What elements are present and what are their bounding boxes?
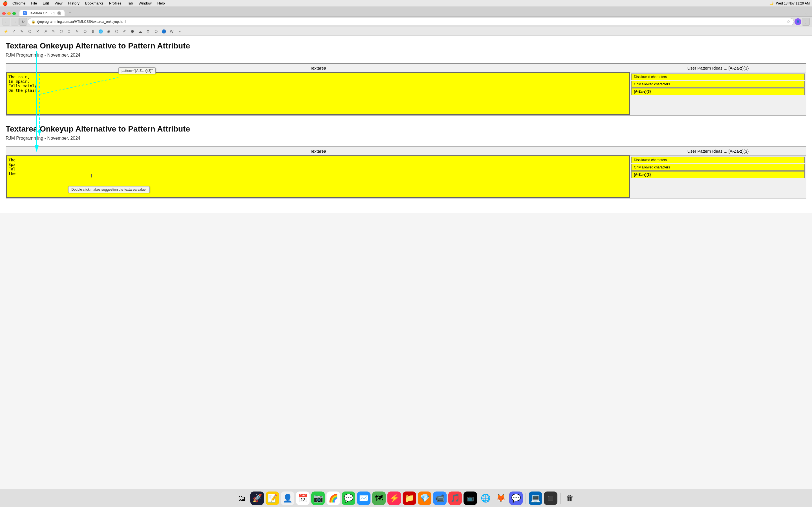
ext-btn-4[interactable]: ⬡ (26, 27, 33, 35)
address-bar[interactable]: 🔒 rjmprogramming.com.au/HTMLCSS/textarea… (28, 18, 794, 25)
demo-table-2: Textarea User Pattern Ideas ... [A-Za-z]… (6, 147, 806, 199)
ext-btn-2[interactable]: ✓ (10, 27, 17, 35)
close-button[interactable] (2, 12, 6, 15)
tooltip-pattern: pattern="[A-Za-z]{3}" (118, 67, 156, 74)
time-display: Wed 13 Nov 11:29 AM (776, 1, 810, 5)
menu-tab[interactable]: Tab (124, 1, 135, 6)
menu-edit[interactable]: Edit (40, 1, 51, 6)
tab-label: Textarea On... · 1 (29, 11, 55, 15)
menu-chrome[interactable]: Chrome (10, 1, 28, 6)
first-table-area: pattern="[A-Za-z]{3}" Textarea (6, 63, 806, 116)
menu-history[interactable]: History (66, 1, 82, 6)
textarea-cell-1: The rain, In Spain, Falls mainly, On the… (6, 72, 630, 116)
ext-btn-12[interactable]: ⊕ (89, 27, 96, 35)
minimize-button[interactable] (7, 12, 11, 15)
tab-close-button[interactable]: ✕ (57, 11, 61, 15)
browser-window: C Textarea On... · 1 ✕ + ⌄ ← → ↻ 🔒 rjmpr… (0, 7, 812, 489)
ext-btn-16[interactable]: ✐ (121, 27, 128, 35)
textarea-cell-2: The Spa Fal the Double click makes sugge… (6, 156, 630, 199)
ext-btn-21[interactable]: 🔵 (160, 27, 167, 35)
pattern-option-allowed-1[interactable]: Only allowed characters (631, 81, 805, 88)
second-table-area: Textarea User Pattern Ideas ... [A-Za-z]… (6, 147, 806, 199)
demo-section-2: Textarea Onkeyup Alternative to Pattern … (6, 124, 806, 199)
maximize-button[interactable] (12, 12, 16, 15)
bookmark-star-icon[interactable]: ☆ (786, 19, 790, 24)
ext-btn-11[interactable]: ⬡ (81, 27, 89, 35)
ext-btn-17[interactable]: ⬢ (129, 27, 136, 35)
page-content: Textarea Onkeyup Alternative to Pattern … (0, 36, 812, 213)
pattern-option-regex-1[interactable]: [A-Za-z]{3} (631, 88, 805, 95)
page-subtitle-1: RJM Programming - November, 2024 (6, 53, 806, 58)
url-text: rjmprogramming.com.au/HTMLCSS/textarea_o… (37, 20, 126, 24)
pattern-option-regex-2[interactable]: [A-Za-z]{3} (631, 171, 805, 178)
ext-btn-1[interactable]: ⚡ (2, 27, 10, 35)
reload-button[interactable]: ↻ (19, 18, 27, 25)
ext-btn-7[interactable]: ✎ (50, 27, 57, 35)
pattern-cell-2: Disallowed characters Only allowed chara… (630, 156, 806, 199)
apple-menu[interactable]: 🍎 (2, 1, 8, 6)
demo-section-1: Textarea Onkeyup Alternative to Pattern … (6, 41, 806, 116)
ext-btn-15[interactable]: ⬡ (113, 27, 120, 35)
menu-bookmarks[interactable]: Bookmarks (83, 1, 106, 6)
menu-bar: 🍎 Chrome File Edit View History Bookmark… (0, 0, 812, 7)
pattern-options-2: Disallowed characters Only allowed chara… (630, 156, 806, 179)
pattern-option-allowed-2[interactable]: Only allowed characters (631, 164, 805, 171)
browser-tab[interactable]: C Textarea On... · 1 ✕ (19, 10, 65, 16)
profile-button[interactable]: 👤 (795, 18, 801, 25)
table-header-pattern-1: User Pattern Ideas ... [A-Za-z]{3} (630, 64, 806, 72)
menu-window[interactable]: Window (136, 1, 154, 6)
menu-profiles[interactable]: Profiles (107, 1, 123, 6)
pattern-cell-1: Disallowed characters Only allowed chara… (630, 72, 806, 116)
pattern-option-disallowed-1[interactable]: Disallowed characters (631, 73, 805, 80)
ext-btn-8[interactable]: ⬡ (57, 27, 65, 35)
menu-bar-right: 🌙 Wed 13 Nov 11:29 AM (769, 1, 810, 5)
ext-btn-5[interactable]: ✕ (34, 27, 41, 35)
forward-button[interactable]: → (11, 18, 18, 25)
ext-btn-20[interactable]: ⬡ (152, 27, 160, 35)
page-subtitle-2: RJM Programming - November, 2024 (6, 136, 806, 141)
tooltip-doubleclick-text: Double click makes suggestion the textar… (68, 186, 150, 193)
new-tab-button[interactable]: + (66, 8, 74, 16)
ext-btn-18[interactable]: ☁ (137, 27, 144, 35)
table-header-pattern-2: User Pattern Ideas ... [A-Za-z]{3} (630, 147, 806, 156)
ext-btn-9[interactable]: □ (65, 27, 73, 35)
table-header-textarea-2: Textarea (6, 147, 630, 156)
back-button[interactable]: ← (2, 18, 10, 25)
ext-btn-22[interactable]: W (168, 27, 175, 35)
menu-view[interactable]: View (52, 1, 65, 6)
extensions-toolbar: ⚡ ✓ ✎ ⬡ ✕ ↗ ✎ ⬡ □ ✎ ⬡ ⊕ 🌐 ◉ ⬡ ✐ ⬢ ☁ ⚙ ⬡ … (0, 27, 812, 36)
dark-mode-icon[interactable]: 🌙 (769, 1, 774, 5)
ext-btn-19[interactable]: ⚙ (144, 27, 152, 35)
table-header-textarea-1: Textarea (6, 64, 630, 72)
ext-btn-13[interactable]: 🌐 (97, 27, 104, 35)
ext-btn-14[interactable]: ◉ (105, 27, 112, 35)
textarea-1[interactable]: The rain, In Spain, Falls mainly, On the… (6, 72, 630, 115)
page-title-1: Textarea Onkeyup Alternative to Pattern … (6, 41, 806, 50)
tooltip-pattern-text: pattern="[A-Za-z]{3}" (118, 67, 156, 74)
ext-btn-expand[interactable]: » (176, 27, 183, 35)
ext-btn-10[interactable]: ✎ (73, 27, 81, 35)
tab-favicon: C (23, 11, 27, 15)
tab-search-button[interactable]: ⌄ (803, 10, 810, 16)
menu-help[interactable]: Help (155, 1, 167, 6)
page-title-2: Textarea Onkeyup Alternative to Pattern … (6, 124, 806, 133)
more-options-button[interactable]: ⋮ (802, 18, 810, 25)
ext-btn-6[interactable]: ↗ (42, 27, 49, 35)
tooltip-doubleclick: Double click makes suggestion the textar… (68, 186, 150, 193)
pattern-option-disallowed-2[interactable]: Disallowed characters (631, 157, 805, 163)
menu-file[interactable]: File (29, 1, 39, 6)
pattern-options-1: Disallowed characters Only allowed chara… (630, 72, 806, 96)
ext-btn-3[interactable]: ✎ (18, 27, 26, 35)
